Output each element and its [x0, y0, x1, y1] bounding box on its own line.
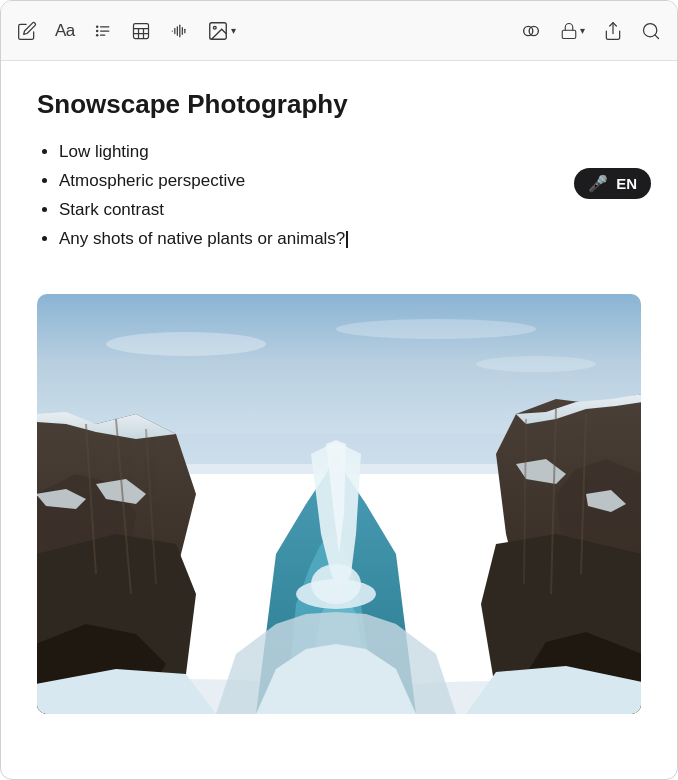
svg-point-51 — [311, 564, 361, 604]
image-icon-group[interactable]: ▾ — [207, 20, 236, 42]
bullet-list: Low lighting Atmospheric perspective Sta… — [37, 138, 641, 254]
svg-point-60 — [106, 332, 266, 356]
list-item: Low lighting — [59, 138, 641, 167]
svg-point-2 — [96, 29, 99, 32]
share-icon[interactable] — [603, 21, 623, 41]
svg-line-24 — [655, 34, 659, 38]
audio-icon[interactable] — [169, 21, 189, 41]
mic-language-pill[interactable]: 🎤 EN — [574, 168, 651, 199]
svg-rect-6 — [133, 23, 148, 38]
document-content: Snowscape Photography Low lighting Atmos… — [1, 61, 677, 294]
toolbar-left-group: Aa — [17, 20, 236, 42]
font-label: Aa — [55, 21, 75, 41]
list-item: Stark contrast — [59, 196, 641, 225]
list-item: Any shots of native plants or animals? — [59, 225, 641, 254]
list-item: Atmospheric perspective — [59, 167, 641, 196]
svg-point-61 — [336, 319, 536, 339]
lock-icon-group[interactable]: ▾ — [560, 22, 585, 40]
svg-point-20 — [529, 26, 538, 35]
language-label: EN — [616, 175, 637, 192]
snowscape-image — [37, 294, 641, 714]
microphone-icon: 🎤 — [588, 174, 608, 193]
table-icon[interactable] — [131, 21, 151, 41]
text-cursor — [346, 231, 348, 248]
collab-icon[interactable] — [520, 20, 542, 42]
list-icon[interactable] — [93, 21, 113, 41]
svg-point-4 — [96, 33, 99, 36]
last-bullet-text: Any shots of native plants or animals? — [59, 229, 345, 248]
snowscape-photo-container — [37, 294, 641, 714]
search-icon[interactable] — [641, 21, 661, 41]
svg-point-0 — [96, 25, 99, 28]
svg-point-62 — [476, 356, 596, 372]
image-dropdown-arrow: ▾ — [231, 25, 236, 36]
lock-dropdown-arrow: ▾ — [580, 25, 585, 36]
font-icon[interactable]: Aa — [55, 21, 75, 41]
document-title: Snowscape Photography — [37, 89, 641, 120]
toolbar-right-group: ▾ — [520, 20, 661, 42]
svg-rect-21 — [562, 30, 576, 38]
edit-icon[interactable] — [17, 21, 37, 41]
svg-point-18 — [213, 26, 216, 29]
toolbar: Aa — [1, 1, 677, 61]
